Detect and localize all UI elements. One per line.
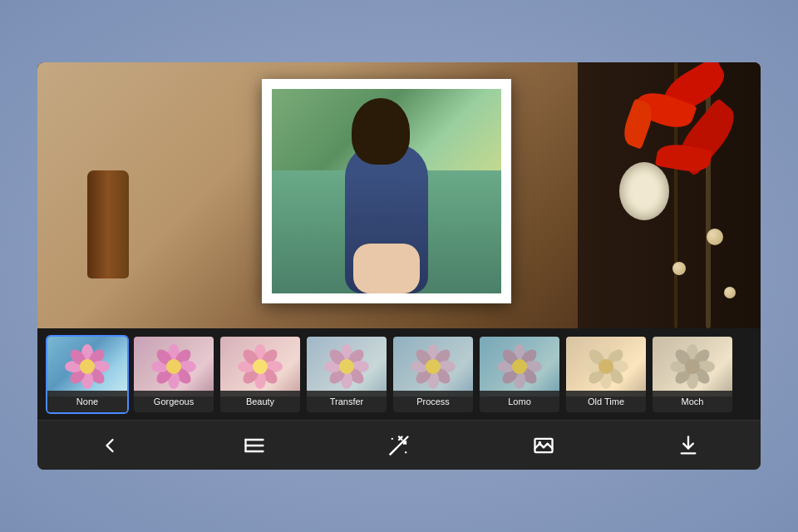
filter-oldtime[interactable]: Old Time [564,335,648,414]
framed-photo-inner [272,89,501,293]
stem1 [706,62,711,328]
filter-gorgeous-thumb [134,337,214,397]
svg-point-19 [166,359,181,374]
filter-bar: None [37,328,761,420]
magic-button[interactable] [378,425,420,466]
vase-decoration [87,170,129,278]
flower-svg-oldtime [577,342,635,392]
framed-photo [262,79,511,303]
filter-beauty-label: Beauty [220,391,300,412]
flower-svg-gorgeous [145,342,203,392]
bottom-toolbar [37,420,761,470]
filter-lomo-thumb [480,337,559,397]
magic-icon [387,434,411,457]
filter-beauty-thumb [220,337,300,397]
filter-none[interactable]: None [46,335,129,414]
filter-gorgeous-label: Gorgeous [134,391,214,412]
svg-point-73 [685,359,700,374]
white-flower [619,162,669,220]
svg-line-79 [391,448,397,454]
filter-moch-label: Moch [653,391,732,412]
svg-point-81 [405,451,406,453]
back-button[interactable] [89,425,131,466]
filter-transfer[interactable]: Transfer [305,335,388,414]
deco-ball-2 [672,262,686,275]
filter-beauty[interactable]: Beauty [219,335,302,414]
download-icon [677,434,700,457]
gallery-button[interactable] [523,425,564,466]
menu-button[interactable] [234,425,275,466]
filter-lomo-label: Lomo [480,391,559,412]
flower-svg-lomo [490,342,549,392]
deco-ball-3 [724,287,736,298]
photo-area [37,62,761,328]
flower-svg-transfer [318,342,376,392]
svg-point-80 [392,437,393,439]
gallery-icon [532,434,555,457]
download-button[interactable] [667,425,709,466]
flower-svg-process [404,342,462,392]
filter-moch-thumb [653,337,732,397]
filter-moch[interactable]: Moch [651,335,734,414]
filter-gorgeous[interactable]: Gorgeous [132,335,215,414]
filter-transfer-thumb [307,337,387,397]
app-container: None [37,62,761,470]
flower-svg-moch [663,342,722,392]
svg-point-28 [253,359,268,374]
filter-none-thumb [47,337,127,397]
filter-process-thumb [393,337,473,397]
filter-process[interactable]: Process [392,335,475,414]
filter-items-list: None [46,335,734,414]
back-icon [98,434,121,457]
filter-lomo[interactable]: Lomo [478,335,561,414]
svg-point-88 [539,441,542,444]
filter-oldtime-thumb [566,337,646,397]
filter-none-label: None [47,391,127,412]
menu-icon [243,434,266,457]
filter-oldtime-label: Old Time [566,391,646,412]
svg-point-46 [426,359,441,374]
svg-point-64 [598,359,613,374]
deco-ball-1 [707,229,723,245]
svg-point-37 [339,359,354,374]
svg-line-86 [404,441,406,443]
woman-hair [352,98,410,165]
woman-legs [353,244,420,293]
flower-svg-none [58,342,116,392]
filter-transfer-label: Transfer [307,391,387,412]
svg-point-9 [80,359,95,374]
flower-svg-beauty [231,342,289,392]
svg-point-55 [512,359,527,374]
filter-process-label: Process [393,391,473,412]
flowers-decoration [578,62,761,328]
